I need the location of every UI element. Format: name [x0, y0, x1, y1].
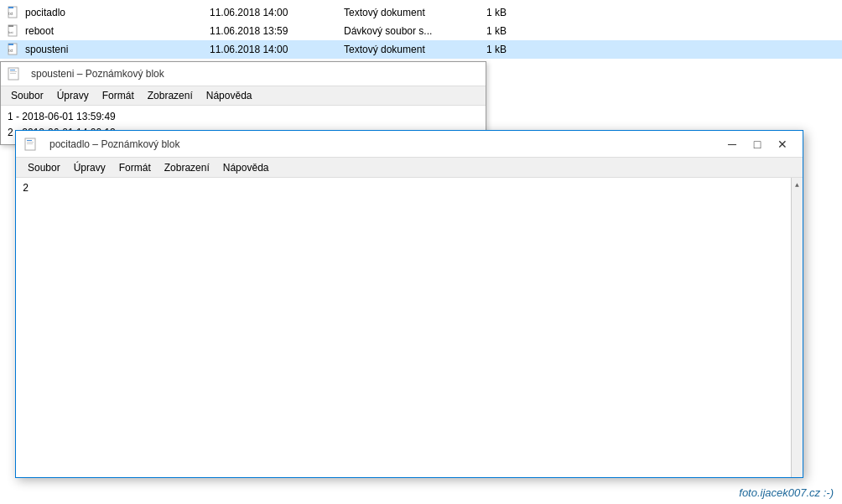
notepad-bg-menu-bar: Soubor Úpravy Formát Zobrazení Nápověda [1, 86, 486, 106]
svg-text:txt: txt [8, 48, 13, 53]
file-icon: bat [7, 24, 20, 38]
notepad-main-menu-bar: Soubor Úpravy Formát Zobrazení Nápověda [16, 158, 803, 178]
file-size: 1 kB [486, 44, 507, 55]
file-name: pocitadlo [25, 7, 210, 18]
notepad-bg-title: spousteni – Poznámkový blok [31, 68, 164, 80]
svg-rect-1 [8, 7, 13, 8]
menu-format-main[interactable]: Formát [114, 160, 156, 175]
notepad-main-title: pocitadlo – Poznámkový blok [49, 138, 179, 150]
scroll-up-arrow[interactable]: ▲ [793, 179, 803, 190]
file-row-selected[interactable]: txt spousteni 11.06.2018 14:00 Textový d… [0, 40, 842, 59]
title-bar-left: pocitadlo – Poznámkový blok [24, 138, 179, 151]
menu-napoveda-bg[interactable]: Nápověda [203, 88, 256, 103]
svg-text:txt: txt [8, 11, 13, 16]
svg-text:bat: bat [8, 30, 13, 34]
file-icon: txt [7, 43, 20, 56]
menu-zobrazeni-main[interactable]: Zobrazení [159, 160, 215, 175]
file-icon: txt [7, 6, 20, 19]
notepad-pocitadlo: pocitadlo – Poznámkový blok ─ □ ✕ Soubor… [15, 130, 803, 478]
file-date: 11.06.2018 14:00 [210, 7, 344, 18]
menu-upravy-main[interactable]: Úpravy [69, 160, 111, 175]
title-bar-controls: ─ □ ✕ [720, 136, 794, 153]
watermark: foto.ijacek007.cz :-) [739, 486, 834, 499]
maximize-button[interactable]: □ [746, 136, 769, 153]
file-row[interactable]: txt pocitadlo 11.06.2018 14:00 Textový d… [0, 3, 842, 22]
svg-rect-15 [27, 142, 34, 143]
svg-rect-10 [10, 70, 15, 70]
file-name: reboot [25, 25, 210, 37]
svg-rect-14 [27, 140, 32, 141]
file-size: 1 kB [486, 25, 507, 37]
menu-format-bg[interactable]: Formát [99, 88, 138, 103]
notepad-main-title-bar: pocitadlo – Poznámkový blok ─ □ ✕ [16, 131, 803, 158]
svg-rect-11 [10, 71, 17, 72]
file-row[interactable]: bat reboot 11.06.2018 13:59 Dávkový soub… [0, 22, 842, 40]
close-button[interactable]: ✕ [771, 136, 794, 153]
menu-zobrazeni-bg[interactable]: Zobrazení [144, 88, 196, 103]
notepad-main-text-area[interactable]: 2 ▲ [16, 178, 803, 477]
file-list: txt pocitadlo 11.06.2018 14:00 Textový d… [0, 0, 842, 62]
notepad-main-content: 2 [23, 183, 29, 195]
scrollbar-right[interactable]: ▲ [791, 178, 803, 477]
file-size: 1 kB [486, 7, 507, 18]
svg-rect-7 [8, 44, 13, 45]
file-date: 11.06.2018 14:00 [210, 44, 344, 55]
menu-upravy-bg[interactable]: Úpravy [54, 88, 92, 103]
file-date: 11.06.2018 13:59 [210, 25, 344, 37]
notepad-bg-title-bar: spousteni – Poznámkový blok [1, 62, 486, 86]
notepad-bg-icon [8, 67, 21, 81]
file-type: Dávkový soubor s... [344, 25, 486, 37]
file-type: Textový dokument [344, 44, 486, 55]
svg-rect-4 [8, 25, 13, 27]
menu-soubor-main[interactable]: Soubor [23, 160, 65, 175]
notepad-main-icon [24, 138, 38, 151]
menu-napoveda-main[interactable]: Nápověda [218, 160, 274, 175]
svg-rect-16 [27, 143, 33, 144]
minimize-button[interactable]: ─ [720, 136, 744, 153]
file-type: Textový dokument [344, 7, 486, 18]
menu-soubor-bg[interactable]: Soubor [8, 88, 47, 103]
file-name: spousteni [25, 44, 210, 55]
content-line-1: 1 - 2018-06-01 13:59:49 [8, 109, 479, 125]
svg-rect-12 [10, 73, 16, 74]
